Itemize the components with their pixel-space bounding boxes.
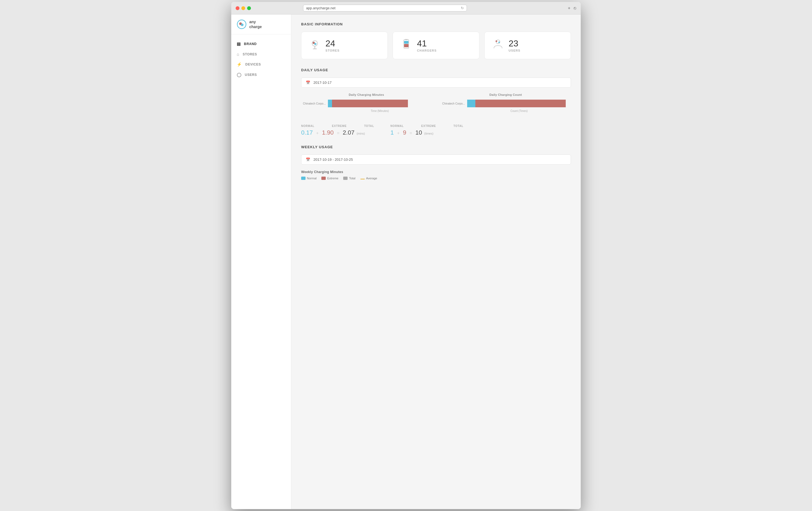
daily-minutes-extreme-bar [332, 100, 408, 107]
minimize-button[interactable] [241, 6, 245, 10]
users-stat-info: 23 USERS [509, 39, 520, 52]
users-card: 23 USERS [484, 32, 571, 59]
extreme-swatch [321, 177, 326, 180]
maximize-button[interactable] [247, 6, 251, 10]
daily-count-normal-bar [467, 100, 475, 107]
brand-label: BRAND [244, 42, 257, 46]
chargers-card-icon [401, 38, 412, 52]
extreme-count-label: EXTREME [421, 124, 436, 127]
sidebar-item-brand[interactable]: ▤ BRAND [231, 39, 291, 49]
stores-card-icon [309, 38, 321, 52]
users-label: USERS [245, 73, 257, 77]
devices-label: DEVICES [245, 62, 261, 66]
daily-count-bar-chart: Chinatech Corpo... Count (Times) [440, 100, 571, 118]
svg-rect-10 [404, 44, 408, 47]
stores-stat-info: 24 STORES [325, 39, 340, 52]
daily-minutes-axis-label: Time (Minutes) [301, 110, 432, 113]
daily-count-extreme-bar [475, 100, 566, 107]
average-swatch [360, 179, 365, 179]
daily-minutes-bar-track [328, 100, 432, 107]
stores-label-card: STORES [325, 49, 340, 52]
extreme-minutes-label: EXTREME [332, 124, 347, 127]
legend-extreme: Extreme [321, 177, 338, 180]
total-count-label: TOTAL [454, 124, 463, 127]
total-minutes-value: 2.07 [343, 129, 354, 136]
svg-point-5 [314, 43, 316, 45]
daily-usage-section: DAILY USAGE 📅 2017-10-17 Daily Charging … [301, 68, 571, 136]
stores-number: 24 [325, 39, 340, 48]
legend-average: Average [360, 177, 377, 180]
logo-text: any charge [249, 19, 262, 29]
normal-minutes-value: 0.17 [301, 129, 313, 136]
legend-total: Total [343, 177, 355, 180]
daily-charts-row: Daily Charging Minutes Chinatech Corpo..… [301, 93, 571, 118]
total-count-value: 10 [415, 129, 422, 136]
daily-minutes-bar-row: Chinatech Corpo... [301, 100, 432, 107]
weekly-date-picker[interactable]: 📅 2017-10-19 - 2017-10-25 [301, 154, 571, 164]
stores-label: STORES [243, 52, 257, 56]
users-card-icon [492, 38, 504, 52]
close-button[interactable] [236, 6, 239, 10]
daily-usage-title: DAILY USAGE [301, 68, 571, 72]
address-bar[interactable]: app.anycharge.net ↻ [303, 5, 467, 11]
weekly-chart-title: Weekly Charging Minutes [301, 170, 571, 174]
app-layout: any charge ▤ BRAND ⌂ STORES ⚡ DEVICES [231, 14, 581, 509]
daily-count-bar-track [467, 100, 571, 107]
daily-date-picker[interactable]: 📅 2017-10-17 [301, 78, 571, 88]
stores-card: 24 STORES [301, 32, 388, 59]
normal-legend-label: Normal [307, 177, 316, 180]
sidebar-item-stores[interactable]: ⌂ STORES [231, 49, 291, 59]
users-number: 23 [509, 39, 520, 48]
count-summary-group: NORMAL EXTREME TOTAL 1 [390, 124, 463, 136]
weekly-usage-title: WEEKLY USAGE [301, 145, 571, 149]
daily-count-title: Daily Charging Count [440, 93, 571, 96]
users-icon: ◯ [237, 72, 242, 77]
normal-count-label: NORMAL [390, 124, 404, 127]
daily-minutes-bar-label: Chinatech Corpo... [301, 102, 326, 105]
daily-minutes-chart: Daily Charging Minutes Chinatech Corpo..… [301, 93, 432, 118]
daily-count-chart: Daily Charging Count Chinatech Corpo... … [440, 93, 571, 118]
sidebar-item-users[interactable]: ◯ USERS [231, 70, 291, 80]
count-equals-op: = [410, 131, 412, 136]
brand-icon: ▤ [237, 41, 241, 47]
legend-normal: Normal [301, 177, 316, 180]
minutes-plus-op: + [316, 131, 319, 136]
chart-legend: Normal Extreme Total Average [301, 177, 377, 180]
extreme-minutes-value: 1.90 [322, 129, 334, 136]
url-text: app.anycharge.net [306, 6, 336, 10]
minutes-unit: (mins) [356, 132, 365, 135]
total-legend-label: Total [349, 177, 355, 180]
stats-cards: 24 STORES [301, 32, 571, 59]
users-label-card: USERS [509, 49, 520, 52]
minutes-summary-group: NORMAL EXTREME TOTAL 0. [301, 124, 374, 136]
calendar-icon: 📅 [306, 81, 310, 85]
daily-stats-summary: NORMAL EXTREME TOTAL 0. [301, 124, 571, 136]
main-content: BASIC INFORMATION [291, 14, 581, 509]
daily-count-axis-label: Count (Times) [440, 110, 571, 113]
extreme-count-value: 9 [403, 129, 406, 136]
weekly-calendar-icon: 📅 [306, 157, 310, 161]
daily-minutes-bar-chart: Chinatech Corpo... Time (Minutes) [301, 100, 432, 118]
sidebar-nav: ▤ BRAND ⌂ STORES ⚡ DEVICES ◯ USERS [231, 34, 291, 84]
browser-window: app.anycharge.net ↻ + ⎋ any charge [231, 2, 581, 509]
stores-icon: ⌂ [237, 52, 239, 57]
devices-icon: ⚡ [237, 62, 242, 67]
weekly-date-range-value: 2017-10-19 - 2017-10-25 [314, 157, 353, 161]
extreme-legend-label: Extreme [327, 177, 338, 180]
chargers-number: 41 [417, 39, 437, 48]
new-tab-button[interactable]: + [568, 6, 570, 11]
chargers-stat-info: 41 CHARGERS [417, 39, 437, 52]
chargers-label-card: CHARGERS [417, 49, 437, 52]
daily-minutes-title: Daily Charging Minutes [301, 93, 432, 96]
refresh-icon[interactable]: ↻ [461, 6, 464, 10]
browser-toolbar: app.anycharge.net ↻ + ⎋ [231, 2, 581, 14]
browser-actions: + ⎋ [568, 6, 576, 11]
total-swatch [343, 177, 348, 180]
svg-rect-11 [404, 41, 408, 44]
count-unit: (times) [424, 132, 434, 135]
svg-point-14 [498, 41, 500, 43]
share-button[interactable]: ⎋ [574, 6, 576, 11]
sidebar-item-devices[interactable]: ⚡ DEVICES [231, 59, 291, 70]
sidebar-logo: any charge [231, 14, 291, 34]
average-legend-label: Average [366, 177, 377, 180]
